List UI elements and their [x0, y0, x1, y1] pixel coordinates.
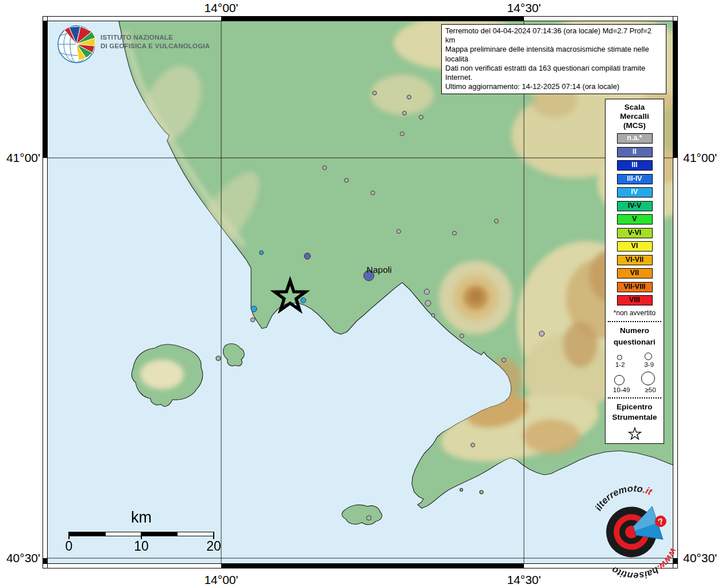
size-circle-3-9 — [645, 353, 652, 360]
frame-bottom — [43, 563, 678, 568]
lat-label-left-1: 41°00' — [0, 151, 40, 165]
size-circle-1-2 — [617, 355, 622, 360]
lat-label-left-2: 40°30' — [0, 551, 40, 565]
legend-panel: Scala Mercalli (MCS) n.a.*IIIIIIII-IVIVI… — [605, 99, 664, 444]
frame-seg — [43, 17, 221, 21]
institute-name-line2: DI GEOFISICA E VULCANOLOGIA — [101, 42, 210, 51]
city-label: Napoli — [367, 265, 392, 274]
frame-seg — [43, 158, 47, 558]
capri-island — [342, 505, 381, 524]
ingv-logo-text: ISTITUTO NAZIONALE DI GEOFISICA E VULCAN… — [101, 33, 210, 51]
map-canvas: Napoli — [43, 16, 678, 568]
legend-swatch-III-IV: III-IV — [617, 174, 653, 184]
legend-swatch-III: III — [617, 160, 653, 171]
lon-label-bottom-2: 14°30' — [489, 573, 558, 587]
legend-swatch-VI: VI — [617, 241, 653, 252]
scalebar-label-0: 0 — [49, 539, 89, 554]
intensity-point-n.a. — [419, 115, 423, 119]
questionnaires-title-line: Numero — [606, 325, 664, 336]
intensity-point-IV — [301, 298, 306, 303]
legend-swatch-V-VI: V-VI — [617, 228, 653, 238]
scalebar-seg — [141, 532, 178, 536]
frame-left — [43, 21, 48, 563]
info-line-4: Ultimo aggiornamento: 14-12-2025 07:14 (… — [445, 82, 662, 91]
epicenter-title: Epicentro Strumentale — [606, 402, 664, 423]
legend-swatch-IV-V: IV-V — [617, 201, 653, 211]
ingv-globe-icon — [56, 24, 98, 65]
info-line-1: Terremoto del 04-04-2024 07:14:36 (ora l… — [445, 26, 662, 45]
legend-title: Scala Mercalli (MCS) — [606, 103, 664, 130]
scalebar-seg — [106, 532, 142, 536]
event-info-box: Terremoto del 04-04-2024 07:14:36 (ora l… — [441, 24, 666, 94]
frame-seg — [43, 22, 47, 158]
legend-separator — [608, 397, 661, 399]
intensity-point-n.a. — [453, 231, 457, 235]
intensity-point-n.a. — [502, 358, 506, 362]
lon-label-top-1: 14°00' — [187, 1, 256, 15]
lon-label-top-2: 14°30' — [489, 1, 558, 15]
size-labels-row-2: 10-49 ≥50 — [606, 386, 664, 393]
size-circles-row-1 — [606, 353, 664, 360]
islet — [460, 489, 463, 492]
epicenter-star-sample — [606, 426, 664, 443]
intensity-point-n.a. — [539, 331, 544, 336]
size-labels-row-1: 1-2 3-9 — [606, 361, 664, 368]
frame-corner — [673, 16, 678, 21]
star-icon — [627, 426, 642, 441]
legend-swatch-IV: IV — [617, 187, 653, 198]
frame-seg — [43, 564, 221, 568]
legend-swatch-VIII: VIII — [617, 295, 653, 305]
frame-seg — [221, 564, 524, 568]
intensity-point-n.a. — [424, 289, 429, 294]
intensity-point-n.a. — [425, 300, 431, 306]
intensity-point-n.a. — [471, 443, 475, 447]
intensity-point-n.a. — [400, 132, 404, 136]
epicenter-title-line: Epicentro — [606, 402, 664, 412]
legend-swatch-V: V — [617, 214, 653, 225]
intensity-point-n.a. — [431, 314, 435, 317]
scalebar-label-20: 20 — [194, 539, 234, 554]
frame-seg — [221, 17, 524, 21]
institute-name-line1: ISTITUTO NAZIONALE — [101, 33, 210, 42]
intensity-point-n.a. — [397, 230, 401, 234]
legend-swatch-VII-VIII: VII-VIII — [617, 282, 653, 292]
frame-corner — [43, 563, 48, 568]
legend-swatch-VI-VII: VI-VII — [617, 255, 653, 265]
frame-seg — [524, 17, 677, 21]
ingv-macroseismic-map-page: { "title_box": { "lines": [ "Terremoto d… — [0, 0, 721, 588]
intensity-point-n.a. — [407, 95, 411, 99]
info-line-3: Dati non verificati estratti da 163 ques… — [445, 64, 662, 82]
frame-seg — [43, 558, 47, 563]
haisentito-logo: ? ilterremoto.it www.haisentito — [586, 479, 687, 580]
size-label-10-49: 10-49 — [613, 386, 630, 393]
legend-title-line: (MCS) — [606, 121, 664, 130]
islet — [216, 356, 221, 361]
size-label-1-2: 1-2 — [615, 361, 625, 368]
legend-separator — [608, 321, 661, 322]
legend-swatch-n.a.*: n.a.* — [617, 133, 653, 144]
size-label-50: ≥50 — [645, 386, 656, 393]
intensity-point-n.a. — [345, 179, 349, 183]
scalebar-seg — [178, 532, 214, 536]
mercalli-swatches: n.a.*IIIIIIII-IVIVIV-VVV-VIVIVI-VIIVIIVI… — [606, 133, 664, 305]
legend-swatch-II: II — [617, 147, 653, 157]
frame-seg — [673, 22, 677, 158]
frame-top — [43, 16, 678, 21]
intensity-point-n.a. — [323, 166, 327, 170]
intensity-point-IV — [260, 251, 264, 255]
intensity-point-IV — [251, 306, 257, 312]
legend-title-line: Scala — [606, 103, 664, 112]
intensity-point-n.a. — [371, 191, 375, 195]
scalebar-seg — [70, 532, 106, 536]
legend-title-line: Mercalli — [606, 112, 664, 121]
islet — [480, 490, 483, 494]
intensity-point-n.a. — [495, 219, 499, 223]
questionnaires-title-line: questionari — [606, 336, 664, 348]
size-circle-10-49 — [614, 375, 624, 385]
scalebar-unit: km — [69, 509, 214, 527]
size-circles-row-2 — [606, 372, 664, 385]
intensity-point-II — [304, 253, 311, 260]
questionnaires-title: Numero questionari — [606, 325, 664, 348]
lat-label-right-2: 40°30' — [683, 551, 721, 565]
legend-footnote: *non avvertito — [606, 309, 664, 317]
